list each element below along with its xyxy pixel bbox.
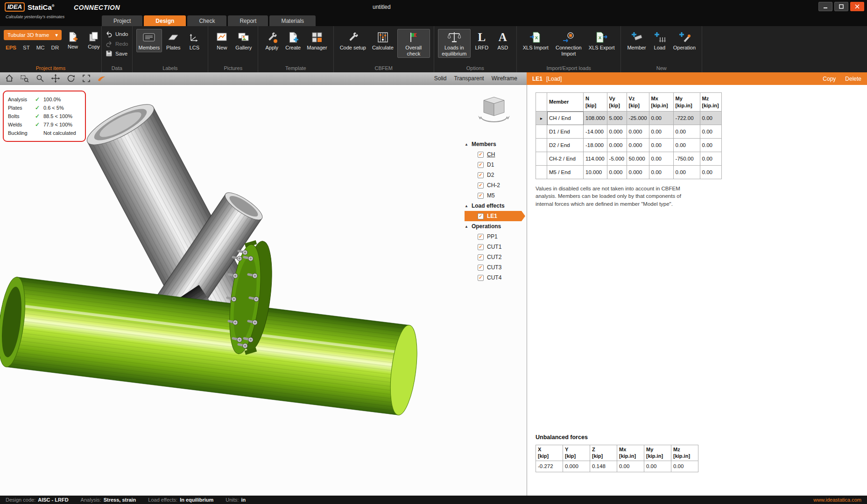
tab-report[interactable]: Report bbox=[228, 15, 268, 26]
my-cell[interactable]: -750.00 bbox=[673, 152, 700, 166]
labels-lcs-button[interactable]: LCS bbox=[184, 29, 204, 52]
tree-section-load-effects[interactable]: ▲Load effects bbox=[465, 201, 525, 211]
mx-cell[interactable]: 0.00 bbox=[649, 125, 673, 139]
fit-view-button[interactable] bbox=[82, 74, 91, 83]
tree-item-pp1[interactable]: ✓PP1 bbox=[465, 231, 525, 242]
copy-project-button[interactable]: Copy bbox=[84, 29, 104, 51]
tab-design[interactable]: Design bbox=[144, 15, 186, 26]
gallery-button[interactable]: Gallery bbox=[233, 29, 254, 52]
vz-cell[interactable]: 50.000 bbox=[627, 152, 649, 166]
xls-export-button[interactable]: X XLS Export bbox=[586, 29, 617, 52]
vz-cell[interactable]: 0.000 bbox=[627, 166, 649, 179]
undo-button[interactable]: Undo bbox=[106, 30, 128, 37]
checkbox-checked-icon[interactable]: ✓ bbox=[478, 213, 484, 219]
viewport-3d[interactable]: Analysis✓100.0% Plates✓0.6 < 5% Bolts✓88… bbox=[0, 85, 527, 496]
mz-cell[interactable]: 0.00 bbox=[700, 139, 721, 152]
row-selector[interactable] bbox=[536, 125, 547, 139]
mode-wireframe[interactable]: Wireframe bbox=[492, 75, 517, 82]
template-apply-button[interactable]: Apply bbox=[262, 29, 282, 52]
tree-item-d1[interactable]: ✓D1 bbox=[465, 160, 525, 170]
n-cell[interactable]: 108.000 bbox=[584, 112, 607, 125]
tree-item-cut4[interactable]: ✓CUT4 bbox=[465, 273, 525, 283]
code-dr[interactable]: DR bbox=[51, 45, 59, 50]
connection-model-3d[interactable] bbox=[0, 85, 527, 496]
paint-results-button[interactable] bbox=[97, 74, 106, 83]
n-cell[interactable]: 114.000 bbox=[584, 152, 607, 166]
mx-cell[interactable]: 0.00 bbox=[649, 139, 673, 152]
save-button[interactable]: Save bbox=[106, 50, 128, 57]
checkbox-checked-icon[interactable]: ✓ bbox=[478, 234, 484, 240]
rotate-view-button[interactable] bbox=[66, 74, 76, 83]
row-selector[interactable] bbox=[536, 166, 547, 179]
tree-item-ch[interactable]: ✓CH bbox=[465, 149, 525, 160]
connection-import-button[interactable]: Connection Import bbox=[552, 29, 585, 58]
collapse-icon[interactable]: ▲ bbox=[465, 142, 468, 147]
zoom-window-button[interactable] bbox=[20, 74, 29, 83]
checkbox-checked-icon[interactable]: ✓ bbox=[478, 265, 484, 271]
tree-item-cut3[interactable]: ✓CUT3 bbox=[465, 262, 525, 273]
redo-button[interactable]: Redo bbox=[106, 40, 128, 47]
mode-transparent[interactable]: Transparent bbox=[454, 75, 484, 82]
xls-import-button[interactable]: X XLS Import bbox=[521, 29, 551, 52]
mx-cell[interactable]: 0.00 bbox=[649, 152, 673, 166]
vy-cell[interactable]: 5.000 bbox=[607, 112, 627, 125]
tab-materials[interactable]: Materials bbox=[269, 15, 316, 26]
my-cell[interactable]: 0.00 bbox=[673, 125, 700, 139]
delete-load-button[interactable]: Delete bbox=[845, 76, 861, 82]
code-mc[interactable]: MC bbox=[36, 45, 45, 50]
checkbox-checked-icon[interactable]: ✓ bbox=[478, 162, 484, 168]
tab-project[interactable]: Project bbox=[102, 15, 142, 26]
checkbox-checked-icon[interactable]: ✓ bbox=[478, 182, 484, 189]
my-cell[interactable]: 0.00 bbox=[673, 139, 700, 152]
vy-cell[interactable]: -5.000 bbox=[607, 152, 627, 166]
tree-item-d2[interactable]: ✓D2 bbox=[465, 170, 525, 180]
minimize-button[interactable] bbox=[818, 2, 832, 11]
mz-cell[interactable]: 0.00 bbox=[700, 112, 721, 125]
vz-cell[interactable]: 0.000 bbox=[627, 125, 649, 139]
mx-cell[interactable]: 0.00 bbox=[649, 112, 673, 125]
mx-cell[interactable]: 0.00 bbox=[649, 166, 673, 179]
maximize-button[interactable] bbox=[834, 2, 848, 11]
checkbox-checked-icon[interactable]: ✓ bbox=[478, 172, 484, 178]
n-cell[interactable]: -14.000 bbox=[584, 125, 607, 139]
new-load-button[interactable]: Load bbox=[650, 29, 670, 52]
collapse-icon[interactable]: ▲ bbox=[465, 204, 468, 208]
row-selector[interactable] bbox=[536, 139, 547, 152]
tree-item-le1[interactable]: ✓LE1 bbox=[465, 211, 525, 221]
vz-cell[interactable]: -25.000 bbox=[627, 112, 649, 125]
collapse-icon[interactable]: ▲ bbox=[465, 224, 468, 229]
view-cube[interactable] bbox=[477, 92, 511, 129]
labels-members-button[interactable]: Members bbox=[136, 29, 162, 52]
tree-item-cut2[interactable]: ✓CUT2 bbox=[465, 252, 525, 262]
tab-check[interactable]: Check bbox=[187, 15, 226, 26]
my-cell[interactable]: 0.00 bbox=[673, 166, 700, 179]
loads-in-equilibrium-button[interactable]: Loads in equilibrium bbox=[438, 29, 471, 58]
row-selector[interactable]: ▸ bbox=[536, 112, 547, 125]
mz-cell[interactable]: 0.00 bbox=[700, 125, 721, 139]
n-cell[interactable]: 10.000 bbox=[584, 166, 607, 179]
vy-cell[interactable]: 0.000 bbox=[607, 139, 627, 152]
tree-section-operations[interactable]: ▲Operations bbox=[465, 221, 525, 231]
n-cell[interactable]: -18.000 bbox=[584, 139, 607, 152]
template-manager-button[interactable]: Manager bbox=[304, 29, 329, 52]
row-selector[interactable] bbox=[536, 152, 547, 166]
website-link[interactable]: www.ideastatica.com bbox=[813, 497, 861, 503]
checkbox-checked-icon[interactable]: ✓ bbox=[478, 152, 484, 158]
checkbox-checked-icon[interactable]: ✓ bbox=[478, 244, 484, 250]
tree-item-cut1[interactable]: ✓CUT1 bbox=[465, 242, 525, 252]
member-cell[interactable]: M5 / End bbox=[547, 166, 584, 179]
new-operation-button[interactable]: Operation bbox=[671, 29, 698, 52]
member-cell[interactable]: D1 / End bbox=[547, 125, 584, 139]
checkbox-checked-icon[interactable]: ✓ bbox=[478, 193, 484, 199]
code-setup-button[interactable]: Code setup bbox=[338, 29, 368, 52]
copy-load-button[interactable]: Copy bbox=[823, 76, 836, 82]
labels-plates-button[interactable]: Plates bbox=[163, 29, 183, 52]
calculate-button[interactable]: Calculate bbox=[370, 29, 396, 52]
vy-cell[interactable]: 0.000 bbox=[607, 166, 627, 179]
new-project-button[interactable]: New bbox=[63, 29, 83, 51]
code-eps[interactable]: EPS bbox=[6, 45, 16, 50]
vz-cell[interactable]: 0.000 bbox=[627, 139, 649, 152]
member-cell[interactable]: D2 / End bbox=[547, 139, 584, 152]
my-cell[interactable]: -722.00 bbox=[673, 112, 700, 125]
home-view-button[interactable] bbox=[5, 74, 14, 83]
